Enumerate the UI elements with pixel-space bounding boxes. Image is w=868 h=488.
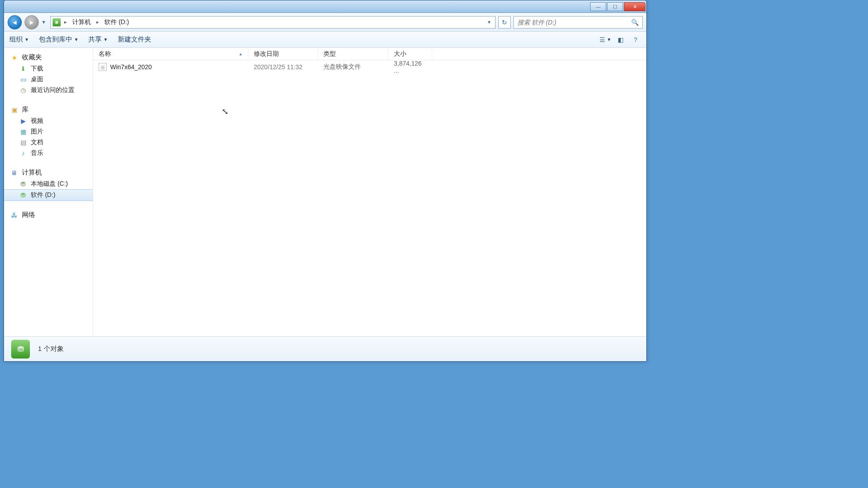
help-button[interactable]: ? [630,35,641,45]
sidebar-item-music[interactable]: ♪ 音乐 [4,148,93,158]
column-label: 类型 [323,50,336,58]
close-button[interactable]: ✕ [624,2,645,11]
breadcrumb-sep: ▸ [95,19,101,25]
status-bar: ⛃ 1 个对象 [4,336,646,361]
drive-icon: ⛃ [19,191,27,199]
file-row[interactable]: ◎ Win7x64_2020 2020/12/25 11:32 光盘映像文件 3… [93,60,646,74]
forward-button[interactable]: ► [25,15,39,29]
sidebar-item-documents[interactable]: ▤ 文档 [4,137,93,148]
sidebar-network-label: 网络 [22,211,35,219]
address-bar: ◄ ► ▼ ◙ ▸ 计算机 ▸ 软件 (D:) ▾ ↻ 🔍 [4,13,646,32]
breadcrumb-drive-d[interactable]: 软件 (D:) [103,17,131,27]
nav-history-dropdown[interactable]: ▼ [41,15,48,29]
organize-label: 组织 [9,35,23,44]
file-list-pane: 名称 ▲ 修改日期 类型 大小 ◎ Win7x64_2020 [93,48,646,336]
download-icon: ⬇ [19,65,27,73]
maximize-button[interactable]: ☐ [607,2,623,11]
computer-icon: 🖥 [10,169,18,177]
address-box[interactable]: ◙ ▸ 计算机 ▸ 软件 (D:) ▾ [50,16,496,29]
help-icon: ? [634,36,637,43]
toolbar: 组织 ▼ 包含到库中 ▼ 共享 ▼ 新建文件夹 ☰ ▼ ◧ ? [4,32,646,48]
sidebar-favorites-header[interactable]: ★ 收藏夹 [4,51,93,63]
column-headers: 名称 ▲ 修改日期 类型 大小 [93,48,646,60]
new-folder-label: 新建文件夹 [118,35,151,44]
column-header-size[interactable]: 大小 [389,48,432,60]
sidebar-item-downloads[interactable]: ⬇ 下载 [4,63,93,74]
body: ★ 收藏夹 ⬇ 下载 ▭ 桌面 ◷ 最近访问的位置 ▣ 库 ▶ 视频 [4,48,646,336]
titlebar: — ☐ ✕ [4,0,646,13]
organize-menu[interactable]: 组织 ▼ [9,35,29,44]
arrow-left-icon: ◄ [12,19,18,26]
column-label: 大小 [394,50,406,58]
file-size: 3,874,126 ... [389,60,432,74]
back-button[interactable]: ◄ [8,15,22,29]
sidebar-item-desktop[interactable]: ▭ 桌面 [4,74,93,85]
picture-icon: ▦ [19,128,27,136]
preview-pane-button[interactable]: ◧ [615,35,626,45]
share-menu[interactable]: 共享 ▼ [88,35,108,44]
sidebar-item-label: 文档 [31,138,43,146]
music-icon: ♪ [19,149,27,157]
file-date: 2020/12/25 11:32 [248,63,318,71]
column-header-name[interactable]: 名称 ▲ [93,48,248,60]
arrow-right-icon: ► [29,19,35,26]
chevron-down-icon: ▼ [25,37,29,42]
share-label: 共享 [88,35,102,44]
chevron-down-icon: ▼ [74,37,79,42]
status-text: 1 个对象 [38,345,64,353]
sidebar-item-pictures[interactable]: ▦ 图片 [4,126,93,137]
drive-icon: ⛃ [19,180,27,188]
sidebar-item-videos[interactable]: ▶ 视频 [4,116,93,126]
recent-icon: ◷ [19,86,27,94]
sidebar-item-label: 最近访问的位置 [31,86,74,94]
sidebar-item-label: 本地磁盘 (C:) [31,180,68,188]
library-icon: ▣ [10,106,18,114]
address-dropdown-icon[interactable]: ▾ [485,19,493,25]
include-in-library-menu[interactable]: 包含到库中 ▼ [39,35,79,44]
sidebar-computer-header[interactable]: 🖥 计算机 [4,167,93,179]
column-header-type[interactable]: 类型 [318,48,389,60]
new-folder-button[interactable]: 新建文件夹 [118,35,151,44]
file-type: 光盘映像文件 [318,63,389,71]
chevron-down-icon: ▼ [103,37,108,42]
preview-pane-icon: ◧ [618,36,624,43]
sidebar-item-drive-d[interactable]: ⛃ 软件 (D:) [4,189,93,201]
sidebar-libraries-label: 库 [22,105,29,114]
file-name: Win7x64_2020 [110,63,152,71]
video-icon: ▶ [19,117,27,125]
search-box[interactable]: 🔍 [513,16,643,29]
sort-ascending-icon: ▲ [239,52,243,56]
file-rows: ◎ Win7x64_2020 2020/12/25 11:32 光盘映像文件 3… [93,60,646,336]
minimize-button[interactable]: — [590,2,606,11]
document-icon: ▤ [19,138,27,146]
breadcrumb-sep: ▸ [62,19,69,25]
search-icon: 🔍 [631,19,639,26]
chevron-down-icon: ▼ [607,37,612,42]
view-mode-button[interactable]: ☰ ▼ [600,35,611,45]
sidebar-item-drive-c[interactable]: ⛃ 本地磁盘 (C:) [4,179,93,189]
sidebar-favorites-label: 收藏夹 [22,53,42,62]
explorer-window: — ☐ ✕ ◄ ► ▼ ◙ ▸ 计算机 ▸ 软件 (D:) ▾ ↻ 🔍 组织 [4,0,647,362]
star-icon: ★ [10,54,18,62]
search-input[interactable] [517,19,631,26]
refresh-icon: ↻ [502,19,507,26]
refresh-button[interactable]: ↻ [498,16,511,29]
sidebar-item-label: 下载 [31,65,43,73]
sidebar-network-header[interactable]: 🖧 网络 [4,209,93,221]
column-header-date[interactable]: 修改日期 [248,48,318,60]
breadcrumb-computer[interactable]: 计算机 [70,17,93,27]
sidebar-item-label: 桌面 [31,75,43,83]
drive-large-icon: ⛃ [11,340,30,359]
column-label: 修改日期 [254,50,279,58]
desktop-icon: ▭ [19,75,27,83]
nav-pane: ★ 收藏夹 ⬇ 下载 ▭ 桌面 ◷ 最近访问的位置 ▣ 库 ▶ 视频 [4,48,93,336]
network-icon: 🖧 [10,211,18,219]
sidebar-libraries-header[interactable]: ▣ 库 [4,104,93,116]
sidebar-item-label: 软件 (D:) [31,191,55,199]
sidebar-item-label: 图片 [31,128,43,136]
sidebar-item-recent[interactable]: ◷ 最近访问的位置 [4,85,93,96]
list-view-icon: ☰ [599,36,605,43]
iso-file-icon: ◎ [99,63,107,71]
sidebar-item-label: 音乐 [31,149,43,157]
column-label: 名称 [99,50,111,58]
